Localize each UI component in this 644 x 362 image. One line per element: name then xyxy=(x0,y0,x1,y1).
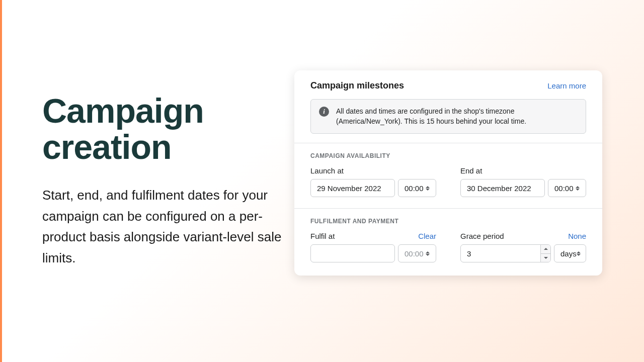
fulfil-time-value: 00:00 xyxy=(405,249,424,258)
launch-time-value: 00:00 xyxy=(405,184,424,193)
fulfil-date-input[interactable] xyxy=(310,244,395,262)
caret-icon xyxy=(576,186,580,191)
end-date-input[interactable]: 30 December 2022 xyxy=(460,179,545,197)
stepper-up-button[interactable] xyxy=(540,245,550,254)
stepper-down-button[interactable] xyxy=(540,254,550,262)
grace-value-input[interactable]: 3 xyxy=(460,244,551,262)
milestones-card: Campaign milestones Learn more i All dat… xyxy=(294,70,602,276)
hero-description: Start, end, and fulfilment dates for you… xyxy=(42,185,293,268)
end-time-select[interactable]: 00:00 xyxy=(548,179,586,197)
card-title: Campaign milestones xyxy=(310,80,404,91)
launch-time-select[interactable]: 00:00 xyxy=(398,179,436,197)
caret-icon xyxy=(577,251,581,256)
fulfil-at-label: Fulfil at xyxy=(310,232,335,240)
info-banner: i All dates and times are configured in … xyxy=(310,99,586,134)
clear-button[interactable]: Clear xyxy=(418,232,436,240)
grace-unit-value: days xyxy=(560,249,577,258)
end-at-label: End at xyxy=(460,166,482,175)
hero-title: Campaign creation xyxy=(42,93,293,165)
launch-date-input[interactable]: 29 November 2022 xyxy=(310,179,395,197)
fulfil-time-select[interactable]: 00:00 xyxy=(398,244,436,262)
caret-icon xyxy=(426,186,430,191)
launch-at-label: Launch at xyxy=(310,166,344,175)
grace-unit-select[interactable]: days xyxy=(554,244,586,262)
info-icon: i xyxy=(319,107,329,117)
grace-stepper xyxy=(540,245,550,262)
grace-period-label: Grace period xyxy=(460,232,504,240)
end-time-value: 00:00 xyxy=(554,184,574,193)
info-text: All dates and times are configured in th… xyxy=(336,107,578,126)
learn-more-link[interactable]: Learn more xyxy=(547,81,586,90)
fulfilment-section-label: FULFILMENT AND PAYMENT xyxy=(310,218,586,225)
availability-section-label: CAMPAIGN AVAILABILITY xyxy=(310,152,586,159)
caret-icon xyxy=(426,251,430,256)
none-button[interactable]: None xyxy=(568,232,586,240)
